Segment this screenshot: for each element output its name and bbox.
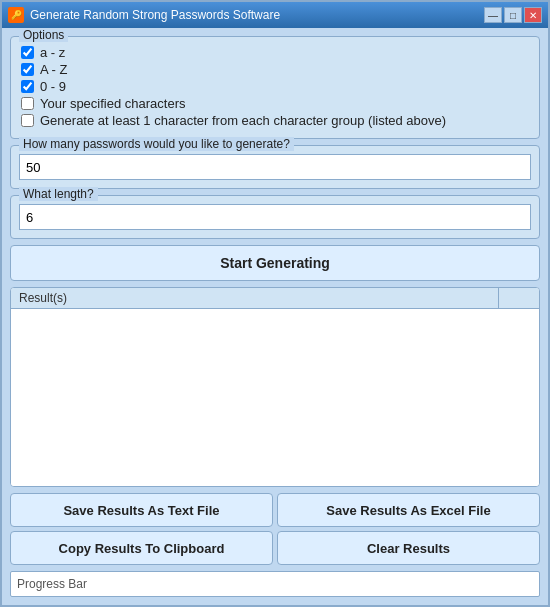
password-count-group: How many passwords would you like to gen… [10, 145, 540, 189]
progress-label: Progress Bar [17, 577, 87, 591]
checkbox-num[interactable] [21, 80, 34, 93]
checkbox-row-num: 0 - 9 [21, 79, 529, 94]
start-generating-button[interactable]: Start Generating [10, 245, 540, 281]
password-length-label: What length? [19, 187, 98, 201]
password-length-input[interactable] [19, 204, 531, 230]
options-group: Options a - z A - Z 0 - 9 Your specified… [10, 36, 540, 139]
copy-clipboard-button[interactable]: Copy Results To Clipboard [10, 531, 273, 565]
checkbox-row-az: a - z [21, 45, 529, 60]
progress-bar-container: Progress Bar [10, 571, 540, 597]
label-az: a - z [40, 45, 65, 60]
results-header-scroll [499, 288, 539, 308]
title-bar: 🔑 Generate Random Strong Passwords Softw… [2, 2, 548, 28]
label-custom: Your specified characters [40, 96, 186, 111]
title-controls: — □ ✕ [484, 7, 542, 23]
label-num: 0 - 9 [40, 79, 66, 94]
results-content [11, 309, 539, 486]
checkbox-row-custom: Your specified characters [21, 96, 529, 111]
checkbox-AZ[interactable] [21, 63, 34, 76]
checkbox-custom[interactable] [21, 97, 34, 110]
clear-results-button[interactable]: Clear Results [277, 531, 540, 565]
content-area: Options a - z A - Z 0 - 9 Your specified… [2, 28, 548, 605]
label-each: Generate at least 1 character from each … [40, 113, 446, 128]
save-excel-button[interactable]: Save Results As Excel File [277, 493, 540, 527]
minimize-button[interactable]: — [484, 7, 502, 23]
password-count-input[interactable] [19, 154, 531, 180]
options-label: Options [19, 28, 68, 42]
password-length-group: What length? [10, 195, 540, 239]
checkbox-row-AZ: A - Z [21, 62, 529, 77]
results-header: Result(s) [11, 288, 539, 309]
password-count-label: How many passwords would you like to gen… [19, 137, 294, 151]
maximize-button[interactable]: □ [504, 7, 522, 23]
checkbox-az[interactable] [21, 46, 34, 59]
window-title: Generate Random Strong Passwords Softwar… [30, 8, 280, 22]
save-text-button[interactable]: Save Results As Text File [10, 493, 273, 527]
main-window: 🔑 Generate Random Strong Passwords Softw… [0, 0, 550, 607]
checkbox-each[interactable] [21, 114, 34, 127]
label-AZ: A - Z [40, 62, 67, 77]
app-icon: 🔑 [8, 7, 24, 23]
checkbox-row-each: Generate at least 1 character from each … [21, 113, 529, 128]
close-button[interactable]: ✕ [524, 7, 542, 23]
action-buttons: Save Results As Text File Save Results A… [10, 493, 540, 565]
title-bar-left: 🔑 Generate Random Strong Passwords Softw… [8, 7, 280, 23]
results-box: Result(s) [10, 287, 540, 487]
results-header-cell: Result(s) [11, 288, 499, 308]
